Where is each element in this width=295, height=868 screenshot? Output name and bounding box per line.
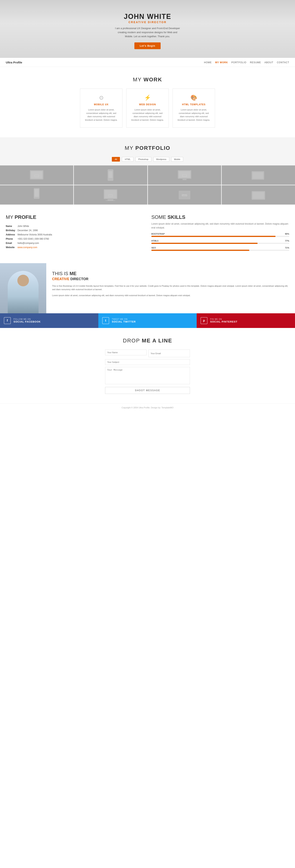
nav-resume[interactable]: RESUME xyxy=(250,61,261,64)
social-twitter-text: TWEET ME ON SOCIAL TWITTER xyxy=(112,318,136,323)
profile-label-birthday: Birthday xyxy=(6,228,18,232)
portfolio-image-0 xyxy=(0,165,73,185)
svg-rect-6 xyxy=(183,179,186,180)
hero-description: I am a professional UX Designer and Fron… xyxy=(115,26,180,38)
svg-rect-12 xyxy=(105,190,116,198)
navbar: Ultra Profile HOME MY WORK PORTFOLIO RES… xyxy=(0,58,295,67)
contact-form: SHOOT MESSAGE xyxy=(105,349,190,394)
svg-rect-1 xyxy=(31,171,42,179)
profile-value-name: John White xyxy=(18,224,54,228)
social-twitter[interactable]: t TWEET ME ON SOCIAL TWITTER xyxy=(98,313,197,328)
contact-email-input[interactable] xyxy=(148,349,190,357)
person-head xyxy=(17,275,29,286)
profile-label-address: Address xyxy=(6,232,18,237)
contact-message-input[interactable] xyxy=(105,367,190,384)
this-is-me-para1: This is free Bootstrap v3.3.4 mobile fri… xyxy=(52,284,289,291)
skill-seo-bar-bg xyxy=(151,250,289,251)
portfolio-section: MY PORTFOLIO All HTML Photoshop Wordpres… xyxy=(0,137,295,205)
skill-html5-bar-bg xyxy=(151,243,289,244)
profile-label-website: Website xyxy=(6,245,18,249)
portfolio-image-3 xyxy=(222,165,295,185)
skill-bootstrap-bar xyxy=(151,236,275,237)
hero-cta-button[interactable]: Let's Begin xyxy=(135,42,161,49)
skill-html5: HTML5 77% xyxy=(151,240,289,244)
portfolio-grid: DRAG xyxy=(0,165,295,205)
twitter-icon: t xyxy=(102,317,109,324)
skill-html5-bar xyxy=(151,243,258,244)
portfolio-item-2[interactable] xyxy=(148,165,221,185)
profile-value-email: hello@company.com xyxy=(18,241,54,245)
nav-home[interactable]: HOME xyxy=(204,61,212,64)
social-pinterest[interactable]: p PIN ME ON SOCIAL PINTEREST xyxy=(197,313,295,328)
portfolio-item-5[interactable] xyxy=(74,185,147,205)
profile-value-address: Melbourne Victoria 3000 Australia xyxy=(18,232,54,237)
social-facebook[interactable]: f FOLLOW ME ON SOCIAL FACEBOOK xyxy=(0,313,98,328)
portfolio-item-3[interactable] xyxy=(222,165,295,185)
filter-all[interactable]: All xyxy=(112,157,120,161)
portfolio-item-0[interactable] xyxy=(0,165,73,185)
work-card-title-2: HTML TEMPLATES xyxy=(177,103,211,106)
nav-my-work[interactable]: MY WORK xyxy=(215,61,228,64)
profile-label-email: Email xyxy=(6,241,18,245)
skills-description: Lorem ipsum dolor sit amet, consectetuer… xyxy=(151,222,289,229)
hero-content: JOHN WHITE CREATIVE DIRECTOR I am a prof… xyxy=(115,12,180,49)
nav-about[interactable]: ABOUT xyxy=(265,61,273,64)
work-cards-container: ⊙ MOBILE UX Lorem ipsum dolor sit amet, … xyxy=(6,89,289,128)
work-card-desc-0: Lorem ipsum dolor sit amet, consectetuer… xyxy=(84,108,118,122)
html-templates-icon: 🎨 xyxy=(177,94,211,101)
profile-label-name: Name xyxy=(6,224,18,228)
person-silhouette xyxy=(8,271,38,313)
svg-rect-18 xyxy=(253,192,264,199)
profile-skills-section: MY PROFILE Name John White Birthday Dece… xyxy=(0,205,295,263)
this-is-me-section: THIS IS ME CREATIVE DIRECTOR This is fre… xyxy=(0,263,295,313)
profile-row-email: Email hello@company.com xyxy=(6,241,54,245)
portfolio-item-6[interactable]: DRAG xyxy=(148,185,221,205)
hero-section: JOHN WHITE CREATIVE DIRECTOR I am a prof… xyxy=(0,0,295,58)
profile-value-website: www.company.com xyxy=(18,245,54,249)
my-work-section: MY WORK ⊙ MOBILE UX Lorem ipsum dolor si… xyxy=(0,67,295,137)
svg-rect-15 xyxy=(179,191,190,199)
svg-text:DRAG: DRAG xyxy=(182,194,187,196)
work-card-web-design: ⚡ WEB DESIGN Lorem ipsum dolor sit amet,… xyxy=(126,89,169,128)
work-card-title-0: MOBILE UX xyxy=(84,103,118,106)
portfolio-title: MY PORTFOLIO xyxy=(0,145,295,151)
profile-value-birthday: December 24, 1996 xyxy=(18,228,54,232)
svg-rect-5 xyxy=(179,171,190,178)
this-is-me-title: THIS IS ME xyxy=(52,271,289,276)
portfolio-item-4[interactable] xyxy=(0,185,73,205)
portfolio-item-7[interactable] xyxy=(222,185,295,205)
portfolio-image-7 xyxy=(222,185,295,205)
this-is-me-para2: Lorem ipsum dolor sit amet, consectetuer… xyxy=(52,293,289,297)
filter-wordpress[interactable]: Wordpress xyxy=(153,157,169,161)
svg-rect-3 xyxy=(109,171,112,178)
social-facebook-text: FOLLOW ME ON SOCIAL FACEBOOK xyxy=(13,318,41,323)
contact-name-email-row xyxy=(105,349,190,357)
skill-bootstrap-bar-bg xyxy=(151,236,289,237)
profile-row-name: Name John White xyxy=(6,224,54,228)
filter-html[interactable]: HTML xyxy=(122,157,134,161)
profile-table: Name John White Birthday December 24, 19… xyxy=(6,224,54,249)
work-card-title-1: WEB DESIGN xyxy=(130,103,165,106)
skill-bootstrap-label: BOOTSTRAP 90% xyxy=(151,233,289,235)
contact-subject-input[interactable] xyxy=(105,359,190,365)
portfolio-filters: All HTML Photoshop Wordpress Mobile xyxy=(0,157,295,161)
portfolio-image-2 xyxy=(148,165,221,185)
portfolio-item-1[interactable] xyxy=(74,165,147,185)
profile-column: MY PROFILE Name John White Birthday Dece… xyxy=(6,214,144,253)
me-text-column: THIS IS ME CREATIVE DIRECTOR This is fre… xyxy=(46,263,295,313)
social-bar: f FOLLOW ME ON SOCIAL FACEBOOK t TWEET M… xyxy=(0,313,295,328)
nav-portfolio[interactable]: PORTFOLIO xyxy=(231,61,246,64)
mobile-ux-icon: ⊙ xyxy=(84,94,118,101)
hero-name: JOHN WHITE xyxy=(115,12,180,21)
contact-submit-button[interactable]: SHOOT MESSAGE xyxy=(105,387,190,394)
portfolio-image-5 xyxy=(74,185,147,205)
svg-rect-8 xyxy=(253,172,263,179)
skill-seo: SEO 71% xyxy=(151,247,289,251)
facebook-icon: f xyxy=(4,317,11,324)
web-design-icon: ⚡ xyxy=(130,94,165,101)
contact-name-input[interactable] xyxy=(105,349,147,355)
filter-photoshop[interactable]: Photoshop xyxy=(135,157,151,161)
work-card-desc-2: Lorem ipsum dolor sit amet, consectetuer… xyxy=(177,108,211,122)
nav-contact[interactable]: CONTACT xyxy=(277,61,289,64)
filter-mobile[interactable]: Mobile xyxy=(171,157,183,161)
